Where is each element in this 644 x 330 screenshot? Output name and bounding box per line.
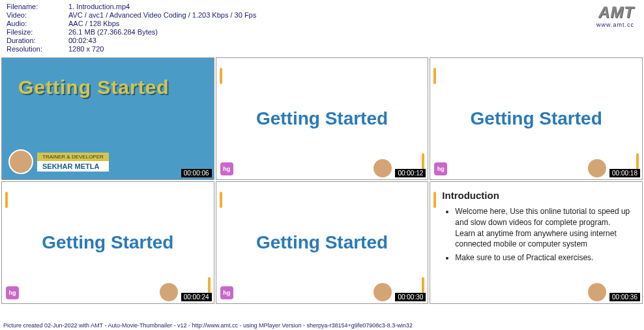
hg-badge-icon: hg bbox=[6, 286, 19, 299]
accent-icon bbox=[5, 192, 8, 208]
thumbnail-grid: Getting Started TRAINER & DEVELOPER SEKH… bbox=[0, 56, 644, 305]
duration-label: Duration: bbox=[7, 37, 68, 44]
avatar-icon bbox=[588, 159, 606, 177]
slide-title: Getting Started bbox=[42, 232, 173, 253]
accent-icon bbox=[220, 192, 222, 208]
avatar-icon bbox=[8, 149, 33, 174]
audio-value: AAC / 128 Kbps bbox=[68, 20, 119, 27]
instructor-name: SEKHAR METLA bbox=[37, 161, 109, 172]
logo-url: www.amt.cc bbox=[596, 22, 634, 28]
filesize-label: Filesize: bbox=[7, 28, 68, 36]
accent-icon bbox=[433, 68, 436, 84]
accent-icon bbox=[422, 153, 424, 170]
thumbnail-4: Getting Started hg 00:00:24 bbox=[1, 181, 214, 304]
timestamp-badge: 00:00:12 bbox=[395, 169, 426, 177]
thumbnail-2: Getting Started hg 00:00:12 bbox=[216, 57, 429, 180]
avatar-icon bbox=[160, 283, 178, 301]
accent-icon bbox=[220, 68, 222, 84]
timestamp-badge: 00:00:30 bbox=[395, 293, 426, 301]
slide-title: Getting Started bbox=[471, 108, 602, 129]
timestamp-badge: 00:00:06 bbox=[181, 169, 212, 177]
instructor-badge: TRAINER & DEVELOPER SEKHAR METLA bbox=[8, 149, 109, 174]
hg-badge-icon: hg bbox=[220, 162, 233, 175]
timestamp-badge: 00:00:18 bbox=[609, 169, 640, 177]
thumbnail-6: Introduction Welcome here, Use this onli… bbox=[430, 181, 643, 304]
accent-icon bbox=[208, 277, 211, 293]
instructor-role: TRAINER & DEVELOPER bbox=[37, 153, 109, 161]
resolution-value: 1280 x 720 bbox=[68, 45, 104, 53]
audio-label: Audio: bbox=[7, 20, 68, 27]
filename-value: 1. Introduction.mp4 bbox=[68, 3, 130, 10]
video-label: Video: bbox=[7, 11, 68, 19]
footer-text: Picture created 02-Jun-2022 with AMT - A… bbox=[0, 321, 644, 330]
amt-logo: AMT www.amt.cc bbox=[596, 3, 634, 28]
accent-icon bbox=[433, 192, 436, 208]
filesize-value: 26.1 MB (27.366.284 Bytes) bbox=[68, 28, 158, 36]
intro-list: Welcome here, Use this online tutorial t… bbox=[455, 206, 630, 263]
video-value: AVC / avc1 / Advanced Video Coding / 1.2… bbox=[68, 11, 256, 19]
list-item: Make sure to use of Practical exercises. bbox=[455, 252, 630, 263]
intro-title: Introduction bbox=[442, 190, 630, 201]
metadata-header: Filename:1. Introduction.mp4 Video:AVC /… bbox=[0, 0, 644, 56]
hg-badge-icon: hg bbox=[220, 286, 233, 299]
thumbnail-3: Getting Started hg 00:00:18 bbox=[430, 57, 643, 180]
slide-title: Getting Started bbox=[18, 76, 169, 98]
accent-icon bbox=[636, 153, 639, 170]
logo-text: AMT bbox=[596, 3, 634, 22]
filename-label: Filename: bbox=[7, 3, 68, 10]
thumbnail-1: Getting Started TRAINER & DEVELOPER SEKH… bbox=[1, 57, 214, 180]
timestamp-badge: 00:00:36 bbox=[609, 293, 640, 301]
resolution-label: Resolution: bbox=[7, 45, 68, 53]
slide-title: Getting Started bbox=[256, 232, 388, 253]
list-item: Welcome here, Use this online tutorial t… bbox=[455, 206, 630, 250]
accent-icon bbox=[422, 277, 424, 293]
avatar-icon bbox=[588, 283, 606, 301]
hg-badge-icon: hg bbox=[434, 162, 447, 175]
timestamp-badge: 00:00:24 bbox=[181, 293, 212, 301]
duration-value: 00:02:43 bbox=[68, 37, 96, 44]
intro-content: Introduction Welcome here, Use this onli… bbox=[430, 182, 642, 274]
thumbnail-5: Getting Started hg 00:00:30 bbox=[216, 181, 429, 304]
slide-title: Getting Started bbox=[256, 108, 388, 129]
